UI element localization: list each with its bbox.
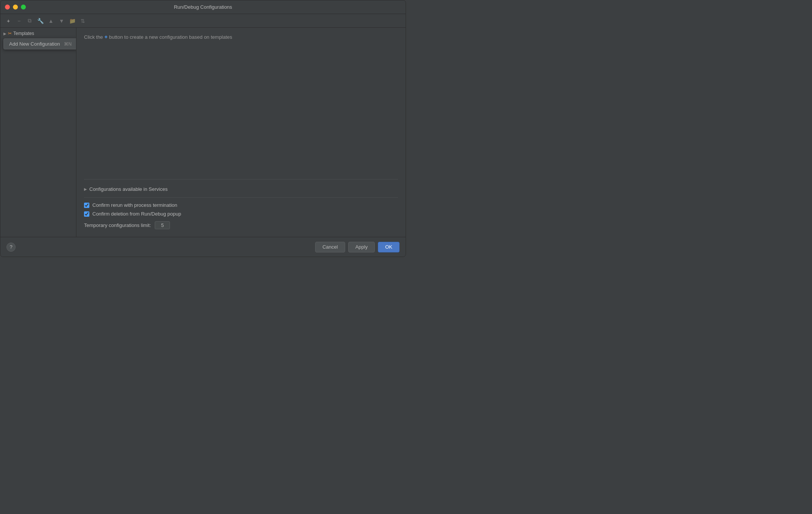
confirm-deletion-row: Confirm deletion from Run/Debug popup bbox=[84, 209, 398, 218]
ok-button[interactable]: OK bbox=[378, 242, 400, 252]
sort-button[interactable]: ⇅ bbox=[78, 16, 88, 26]
services-row[interactable]: ▶ Configurations available in Services bbox=[84, 184, 398, 194]
bottom-section: ▶ Configurations available in Services C… bbox=[84, 179, 398, 237]
remove-configuration-button[interactable]: − bbox=[14, 16, 24, 26]
tooltip-label: Add New Configuration bbox=[9, 41, 60, 47]
traffic-lights bbox=[5, 5, 26, 10]
cancel-button[interactable]: Cancel bbox=[315, 242, 345, 252]
limit-input[interactable] bbox=[155, 221, 170, 229]
question-mark-icon: ? bbox=[10, 244, 12, 250]
confirm-deletion-label: Confirm deletion from Run/Debug popup bbox=[92, 211, 181, 217]
confirm-deletion-checkbox[interactable] bbox=[84, 211, 89, 217]
folder-icon: 📁 bbox=[69, 18, 76, 24]
limit-row: Temporary configurations limit: bbox=[84, 218, 398, 232]
main-content: ▶ ✂ Templates Add New Configuration ⌘N C… bbox=[0, 28, 406, 237]
content-spacer bbox=[84, 46, 398, 179]
add-new-configuration-tooltip: Add New Configuration ⌘N bbox=[3, 38, 76, 49]
add-configuration-button[interactable]: + bbox=[3, 16, 13, 26]
confirm-rerun-label: Confirm rerun with process termination bbox=[92, 202, 177, 208]
hint-plus-icon: + bbox=[105, 34, 108, 40]
dialog-footer: ? Cancel Apply OK bbox=[0, 237, 406, 257]
move-up-button[interactable]: ▲ bbox=[46, 16, 56, 26]
window-title: Run/Debug Configurations bbox=[174, 4, 232, 10]
confirm-rerun-row: Confirm rerun with process termination bbox=[84, 201, 398, 209]
copy-configuration-button[interactable]: ⧉ bbox=[25, 16, 35, 26]
tooltip-shortcut: ⌘N bbox=[64, 41, 72, 47]
templates-icon: ✂ bbox=[8, 31, 12, 36]
templates-label: Templates bbox=[13, 31, 34, 36]
hint-prefix: Click the bbox=[84, 34, 103, 40]
services-label: Configurations available in Services bbox=[89, 186, 168, 192]
run-debug-configurations-window: Run/Debug Configurations + − ⧉ 🔧 ▲ ▼ 📁 ⇅ bbox=[0, 0, 406, 257]
toolbar: + − ⧉ 🔧 ▲ ▼ 📁 ⇅ bbox=[0, 14, 406, 28]
up-arrow-icon: ▲ bbox=[48, 18, 54, 24]
services-expand-icon: ▶ bbox=[84, 187, 87, 191]
settings-button[interactable]: 🔧 bbox=[35, 16, 45, 26]
hint-suffix: button to create a new configuration bas… bbox=[109, 34, 232, 40]
titlebar: Run/Debug Configurations bbox=[0, 0, 406, 14]
copy-icon: ⧉ bbox=[28, 17, 32, 24]
services-divider bbox=[84, 197, 398, 198]
close-button[interactable] bbox=[5, 5, 10, 10]
move-down-button[interactable]: ▼ bbox=[57, 16, 67, 26]
sidebar: ▶ ✂ Templates Add New Configuration ⌘N bbox=[0, 28, 76, 237]
confirm-rerun-checkbox[interactable] bbox=[84, 203, 89, 208]
wrench-icon: 🔧 bbox=[37, 18, 44, 24]
folder-button[interactable]: 📁 bbox=[67, 16, 77, 26]
hint-text: Click the + button to create a new confi… bbox=[84, 34, 398, 40]
minus-icon: − bbox=[17, 18, 21, 24]
right-panel: Click the + button to create a new confi… bbox=[76, 28, 406, 237]
minimize-button[interactable] bbox=[13, 5, 18, 10]
sort-icon: ⇅ bbox=[81, 18, 85, 24]
expand-arrow-icon: ▶ bbox=[3, 32, 6, 36]
limit-label: Temporary configurations limit: bbox=[84, 222, 151, 228]
templates-item[interactable]: ▶ ✂ Templates bbox=[0, 29, 76, 38]
plus-icon: + bbox=[7, 18, 10, 24]
maximize-button[interactable] bbox=[21, 5, 26, 10]
down-arrow-icon: ▼ bbox=[59, 18, 64, 24]
help-button[interactable]: ? bbox=[6, 243, 16, 252]
apply-button[interactable]: Apply bbox=[348, 242, 375, 252]
